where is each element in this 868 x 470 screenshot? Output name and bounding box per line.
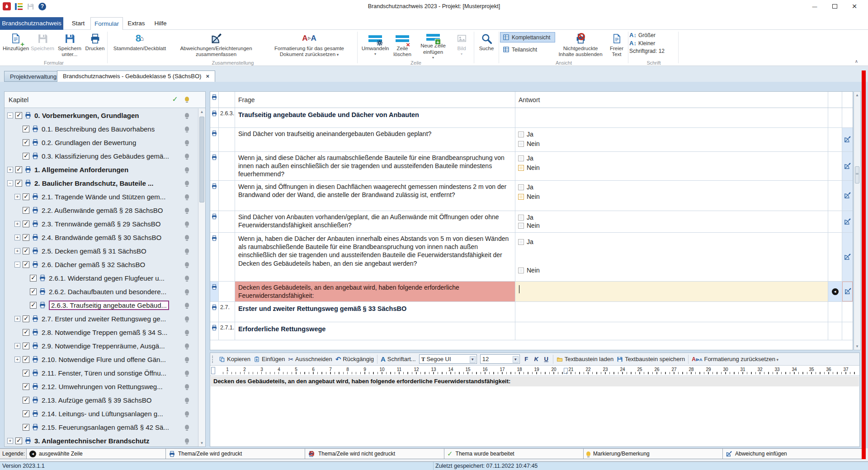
expand-icon[interactable] — [7, 167, 13, 173]
abweichung-icon[interactable] — [844, 162, 851, 170]
tree-item[interactable]: 0.3. Klassifizierung des Gebäudes gemä..… — [5, 149, 198, 163]
bold-button[interactable]: F — [523, 356, 530, 362]
expand-icon[interactable] — [7, 438, 13, 444]
scroll-down-icon[interactable] — [198, 440, 205, 446]
ja-option[interactable]: Ja — [518, 131, 825, 138]
expand-icon[interactable] — [14, 248, 20, 254]
table-row-question[interactable]: Wenn ja, haben die Dächer der Anbauten i… — [210, 233, 853, 282]
suche-button[interactable]: Suche — [475, 30, 498, 60]
expand-icon[interactable] — [14, 357, 20, 362]
schriftart-button[interactable]: Schriftart... — [381, 355, 416, 363]
tree-checkbox[interactable] — [23, 261, 29, 268]
tree-checkbox[interactable] — [23, 356, 29, 363]
tree-checkbox[interactable] — [30, 288, 37, 295]
tree-checkbox[interactable] — [23, 126, 29, 132]
tree-item[interactable]: 2.9. Notwendige Treppenräume, Ausgä... — [5, 339, 198, 352]
tree-item-label[interactable]: 2.2. Außenwände gemäß § 28 SächsBO — [42, 207, 163, 214]
table-row-chapter[interactable]: 2.7. Erster und zweiter Rettungsweg gemä… — [210, 302, 853, 322]
ja-option[interactable]: Ja — [518, 183, 825, 191]
answer-input[interactable] — [515, 282, 828, 301]
stammdaten-button[interactable]: Stammdaten/Deckblatt — [111, 30, 168, 60]
tree-item-label[interactable]: 2.6. Dächer gemäß § 32 SächsBO — [42, 261, 145, 268]
tree-item[interactable]: 2.6.1. Widerstand gegen Flugfeuer u... — [5, 271, 198, 285]
expand-icon[interactable] — [14, 343, 20, 349]
formatierung-reset-button[interactable]: AᐅA Formatierung für das gesamte Dokumen… — [264, 30, 354, 60]
app-menu-button[interactable]: Brandschutznachweis — [0, 17, 63, 30]
tree-item[interactable]: 2.14. Leitungs- und Lüftungsanlagen g... — [5, 407, 198, 420]
tab-formular[interactable]: Formular — [90, 17, 123, 30]
table-row-chapter[interactable]: 2.7.1. Erforderliche Rettungswege — [210, 322, 853, 340]
expand-icon[interactable] — [14, 235, 20, 240]
groesser-button[interactable]: Größer — [629, 32, 678, 38]
tree-item-label[interactable]: 0.3. Klassifizierung des Gebäudes gemä..… — [42, 152, 169, 160]
left-indent-marker[interactable] — [211, 367, 215, 374]
tab-extras[interactable]: Extras — [124, 17, 149, 30]
tree-checkbox[interactable] — [23, 424, 29, 431]
tree-item-label[interactable]: 2.3. Trennwände gemäß § 29 SächsBO — [42, 220, 161, 228]
ja-checkbox[interactable] — [518, 215, 524, 221]
close-button[interactable] — [844, 0, 864, 13]
tree-item[interactable]: 2.4. Brandwände gemäß § 30 SächsBO — [5, 230, 198, 244]
tree-checkbox[interactable] — [23, 410, 29, 417]
tree-item[interactable]: 1. Allgemeine Anforderungen — [5, 163, 198, 176]
speichern-unter-button[interactable]: Speichern unter... — [55, 30, 84, 60]
nein-option[interactable]: Nein — [518, 193, 825, 200]
tree-item[interactable]: 2.1. Tragende Wände und Stützen gem... — [5, 190, 198, 203]
scroll-down-icon[interactable] — [854, 343, 860, 350]
tree-item-label[interactable]: 2.14. Leitungs- und Lüftungsanlagen g... — [42, 410, 163, 418]
scroll-up-icon[interactable] — [854, 92, 860, 99]
tab-projektverwaltung[interactable]: Projektverwaltung — [4, 71, 62, 82]
textbaustein-speichern-button[interactable]: Textbaustein speichern — [617, 356, 685, 362]
nein-checkbox[interactable] — [518, 194, 524, 200]
tree-checkbox[interactable] — [23, 139, 29, 146]
tree-item-label[interactable]: 3. Anlagentechnischer Brandschutz — [34, 437, 150, 445]
expand-icon[interactable] — [14, 221, 20, 227]
tree-checkbox[interactable] — [23, 153, 29, 160]
tree-checkbox[interactable] — [15, 112, 22, 119]
ja-checkbox[interactable] — [518, 132, 524, 137]
tree-item-label[interactable]: 2.6.3. Traufseitig angebaute Gebäud... — [49, 301, 169, 310]
tree-item[interactable]: 2.7. Erster und zweiter Rettungsweg ge..… — [5, 312, 198, 325]
tree-item-label[interactable]: 2.1. Tragende Wände und Stützen gem... — [42, 193, 165, 201]
tree-item-label[interactable]: 2.12. Umwehrungen von Rettungsweg... — [42, 383, 163, 390]
textbaustein-laden-button[interactable]: Textbaustein laden — [557, 356, 613, 362]
tree-checkbox[interactable] — [23, 193, 29, 200]
tree-checkbox[interactable] — [23, 221, 29, 227]
tree-checkbox[interactable] — [15, 180, 22, 187]
font-size-select[interactable]: 12 — [480, 354, 520, 364]
chapter-title[interactable]: Erster und zweiter Rettungsweg gemäß § 3… — [235, 302, 515, 322]
zeile-loeschen-button[interactable]: Zeile löschen — [390, 30, 415, 60]
tree-item-label[interactable]: 2.10. Notwendige Flure und offene Gän... — [42, 356, 166, 363]
tree-checkbox[interactable] — [23, 315, 29, 322]
minimize-button[interactable] — [805, 0, 825, 13]
table-row-question[interactable]: Wenn ja, sind diese Dächer als raumabsch… — [210, 152, 853, 181]
ausschneiden-button[interactable]: Ausschneiden — [288, 356, 332, 363]
toolbar-drag-handle[interactable] — [212, 356, 215, 363]
tree-checkbox[interactable] — [23, 343, 29, 349]
hinzufuegen-button[interactable]: + Hinzufügen — [2, 30, 30, 60]
expand-icon[interactable] — [14, 194, 20, 200]
dropdown-icon[interactable] — [513, 356, 519, 363]
table-row-selected[interactable]: Decken des Gebäudeteils, an den angebaut… — [210, 282, 853, 302]
tree-item-label[interactable]: 0.2. Grundlagen der Bewertung — [42, 139, 136, 146]
nein-option[interactable]: Nein — [518, 140, 825, 147]
tree-item-label[interactable]: 2. Baulicher Brandschutz, Bauteile ... — [34, 179, 153, 187]
tree-item[interactable]: 2.11. Fenster, Türen und sonstige Öffnu.… — [5, 366, 198, 380]
table-row-question[interactable]: Wenn ja, sind Öffnungen in diesen Dachfl… — [210, 181, 853, 211]
tree-checkbox[interactable] — [23, 397, 29, 404]
tree-item-label[interactable]: 0. Vorbemerkungen, Grundlagen — [34, 112, 139, 119]
tree-item[interactable]: 0.1. Beschreibung des Bauvorhabens — [5, 122, 198, 136]
scroll-thumb[interactable] — [199, 117, 204, 202]
tree-checkbox[interactable] — [23, 234, 29, 241]
nein-checkbox[interactable] — [518, 165, 524, 171]
scroll-up-icon[interactable] — [198, 108, 205, 115]
teilansicht-button[interactable]: Teilansicht — [500, 44, 555, 55]
italic-button[interactable]: K — [533, 356, 540, 362]
dropdown-icon[interactable] — [470, 356, 476, 363]
tree-checkbox[interactable] — [15, 166, 22, 173]
tree-checkbox[interactable] — [23, 207, 29, 214]
nichtgedruckte-button[interactable]: Nichtgedruckte Inhalte ausblenden — [555, 30, 606, 60]
tree-item[interactable]: 2. Baulicher Brandschutz, Bauteile ... — [5, 176, 198, 190]
chapter-title[interactable]: Erforderliche Rettungswege — [235, 322, 515, 340]
tree-item-label[interactable]: 2.4. Brandwände gemäß § 30 SächsBO — [42, 234, 161, 241]
